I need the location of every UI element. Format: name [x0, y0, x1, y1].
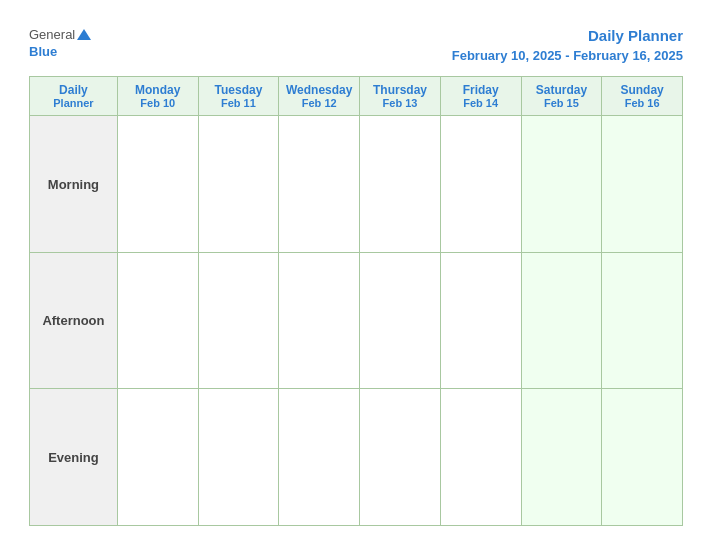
header: General Blue Daily Planner February 10, … [29, 26, 683, 64]
day-name-wednesday: Wednesday [283, 83, 355, 97]
cell-evening-sunday[interactable] [602, 389, 683, 526]
cell-afternoon-monday[interactable] [117, 252, 198, 389]
header-day-thursday: ThursdayFeb 13 [360, 77, 441, 116]
day-name-monday: Monday [122, 83, 194, 97]
header-day-friday: FridayFeb 14 [440, 77, 521, 116]
cell-evening-friday[interactable] [440, 389, 521, 526]
day-name-friday: Friday [445, 83, 517, 97]
cell-morning-wednesday[interactable] [279, 116, 360, 253]
row-afternoon: Afternoon [30, 252, 683, 389]
cell-evening-tuesday[interactable] [198, 389, 279, 526]
cell-morning-thursday[interactable] [360, 116, 441, 253]
corner-label-line2: Planner [34, 97, 113, 109]
day-date-thursday: Feb 13 [364, 97, 436, 109]
header-day-saturday: SaturdayFeb 15 [521, 77, 602, 116]
row-evening: Evening [30, 389, 683, 526]
logo-icon [75, 26, 93, 44]
corner-header: Daily Planner [30, 77, 118, 116]
planner-subtitle: February 10, 2025 - February 16, 2025 [452, 48, 683, 63]
cell-evening-saturday[interactable] [521, 389, 602, 526]
day-date-friday: Feb 14 [445, 97, 517, 109]
cell-morning-tuesday[interactable] [198, 116, 279, 253]
day-name-thursday: Thursday [364, 83, 436, 97]
header-row: Daily Planner MondayFeb 10TuesdayFeb 11W… [30, 77, 683, 116]
planner-title: Daily Planner [588, 27, 683, 44]
row-label-morning: Morning [30, 116, 118, 253]
day-date-saturday: Feb 15 [526, 97, 598, 109]
row-morning: Morning [30, 116, 683, 253]
cell-afternoon-saturday[interactable] [521, 252, 602, 389]
title-area: Daily Planner February 10, 2025 - Februa… [452, 26, 683, 64]
day-name-saturday: Saturday [526, 83, 598, 97]
header-day-monday: MondayFeb 10 [117, 77, 198, 116]
logo-area: General Blue [29, 26, 93, 60]
cell-evening-wednesday[interactable] [279, 389, 360, 526]
header-day-wednesday: WednesdayFeb 12 [279, 77, 360, 116]
day-date-tuesday: Feb 11 [203, 97, 275, 109]
page: General Blue Daily Planner February 10, … [11, 10, 701, 540]
cell-morning-monday[interactable] [117, 116, 198, 253]
cell-afternoon-thursday[interactable] [360, 252, 441, 389]
svg-marker-0 [77, 29, 91, 40]
header-day-tuesday: TuesdayFeb 11 [198, 77, 279, 116]
calendar-table: Daily Planner MondayFeb 10TuesdayFeb 11W… [29, 76, 683, 526]
row-label-evening: Evening [30, 389, 118, 526]
header-day-sunday: SundayFeb 16 [602, 77, 683, 116]
cell-afternoon-friday[interactable] [440, 252, 521, 389]
cell-morning-sunday[interactable] [602, 116, 683, 253]
row-label-afternoon: Afternoon [30, 252, 118, 389]
day-name-sunday: Sunday [606, 83, 678, 97]
cell-evening-thursday[interactable] [360, 389, 441, 526]
cell-afternoon-wednesday[interactable] [279, 252, 360, 389]
day-date-monday: Feb 10 [122, 97, 194, 109]
cell-afternoon-sunday[interactable] [602, 252, 683, 389]
cell-morning-saturday[interactable] [521, 116, 602, 253]
cell-afternoon-tuesday[interactable] [198, 252, 279, 389]
day-date-wednesday: Feb 12 [283, 97, 355, 109]
corner-label-line1: Daily [34, 83, 113, 97]
cell-evening-monday[interactable] [117, 389, 198, 526]
day-date-sunday: Feb 16 [606, 97, 678, 109]
logo-general: General [29, 27, 75, 43]
logo-blue: Blue [29, 44, 57, 60]
cell-morning-friday[interactable] [440, 116, 521, 253]
day-name-tuesday: Tuesday [203, 83, 275, 97]
